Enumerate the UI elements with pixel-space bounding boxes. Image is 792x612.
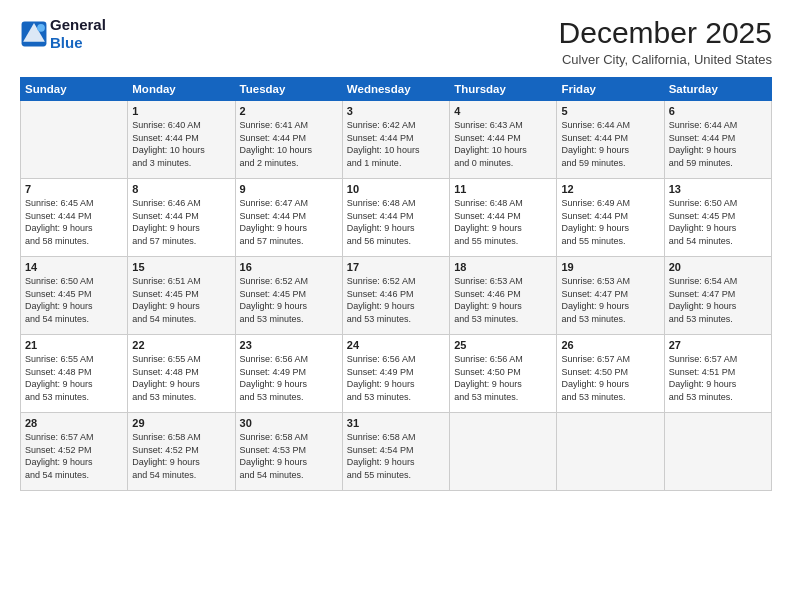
day-info: Sunrise: 6:46 AM Sunset: 4:44 PM Dayligh…	[132, 197, 230, 247]
day-cell: 24Sunrise: 6:56 AM Sunset: 4:49 PM Dayli…	[342, 335, 449, 413]
day-cell	[557, 413, 664, 491]
day-info: Sunrise: 6:57 AM Sunset: 4:52 PM Dayligh…	[25, 431, 123, 481]
day-info: Sunrise: 6:54 AM Sunset: 4:47 PM Dayligh…	[669, 275, 767, 325]
day-cell: 11Sunrise: 6:48 AM Sunset: 4:44 PM Dayli…	[450, 179, 557, 257]
day-number: 22	[132, 339, 230, 351]
day-cell: 16Sunrise: 6:52 AM Sunset: 4:45 PM Dayli…	[235, 257, 342, 335]
day-info: Sunrise: 6:52 AM Sunset: 4:45 PM Dayligh…	[240, 275, 338, 325]
day-info: Sunrise: 6:53 AM Sunset: 4:47 PM Dayligh…	[561, 275, 659, 325]
logo-text: General Blue	[50, 16, 106, 52]
day-number: 28	[25, 417, 123, 429]
day-header-sunday: Sunday	[21, 78, 128, 101]
day-cell: 13Sunrise: 6:50 AM Sunset: 4:45 PM Dayli…	[664, 179, 771, 257]
day-number: 9	[240, 183, 338, 195]
day-info: Sunrise: 6:48 AM Sunset: 4:44 PM Dayligh…	[347, 197, 445, 247]
day-header-friday: Friday	[557, 78, 664, 101]
day-number: 11	[454, 183, 552, 195]
title-block: December 2025 Culver City, California, U…	[559, 16, 772, 67]
logo: General Blue	[20, 16, 106, 52]
header-row: SundayMondayTuesdayWednesdayThursdayFrid…	[21, 78, 772, 101]
day-cell: 8Sunrise: 6:46 AM Sunset: 4:44 PM Daylig…	[128, 179, 235, 257]
day-number: 18	[454, 261, 552, 273]
day-info: Sunrise: 6:56 AM Sunset: 4:50 PM Dayligh…	[454, 353, 552, 403]
day-number: 20	[669, 261, 767, 273]
day-info: Sunrise: 6:50 AM Sunset: 4:45 PM Dayligh…	[669, 197, 767, 247]
day-number: 12	[561, 183, 659, 195]
week-row-5: 28Sunrise: 6:57 AM Sunset: 4:52 PM Dayli…	[21, 413, 772, 491]
day-cell: 18Sunrise: 6:53 AM Sunset: 4:46 PM Dayli…	[450, 257, 557, 335]
day-number: 10	[347, 183, 445, 195]
day-cell: 28Sunrise: 6:57 AM Sunset: 4:52 PM Dayli…	[21, 413, 128, 491]
day-info: Sunrise: 6:58 AM Sunset: 4:54 PM Dayligh…	[347, 431, 445, 481]
day-cell: 23Sunrise: 6:56 AM Sunset: 4:49 PM Dayli…	[235, 335, 342, 413]
day-header-tuesday: Tuesday	[235, 78, 342, 101]
day-cell: 2Sunrise: 6:41 AM Sunset: 4:44 PM Daylig…	[235, 101, 342, 179]
day-cell: 6Sunrise: 6:44 AM Sunset: 4:44 PM Daylig…	[664, 101, 771, 179]
day-number: 5	[561, 105, 659, 117]
day-info: Sunrise: 6:45 AM Sunset: 4:44 PM Dayligh…	[25, 197, 123, 247]
day-info: Sunrise: 6:55 AM Sunset: 4:48 PM Dayligh…	[25, 353, 123, 403]
day-info: Sunrise: 6:48 AM Sunset: 4:44 PM Dayligh…	[454, 197, 552, 247]
day-cell: 26Sunrise: 6:57 AM Sunset: 4:50 PM Dayli…	[557, 335, 664, 413]
day-number: 1	[132, 105, 230, 117]
day-info: Sunrise: 6:55 AM Sunset: 4:48 PM Dayligh…	[132, 353, 230, 403]
day-cell: 12Sunrise: 6:49 AM Sunset: 4:44 PM Dayli…	[557, 179, 664, 257]
week-row-1: 1Sunrise: 6:40 AM Sunset: 4:44 PM Daylig…	[21, 101, 772, 179]
day-info: Sunrise: 6:41 AM Sunset: 4:44 PM Dayligh…	[240, 119, 338, 169]
day-info: Sunrise: 6:57 AM Sunset: 4:50 PM Dayligh…	[561, 353, 659, 403]
day-number: 7	[25, 183, 123, 195]
day-number: 13	[669, 183, 767, 195]
day-info: Sunrise: 6:44 AM Sunset: 4:44 PM Dayligh…	[561, 119, 659, 169]
day-cell: 1Sunrise: 6:40 AM Sunset: 4:44 PM Daylig…	[128, 101, 235, 179]
day-cell: 7Sunrise: 6:45 AM Sunset: 4:44 PM Daylig…	[21, 179, 128, 257]
day-number: 14	[25, 261, 123, 273]
day-cell: 10Sunrise: 6:48 AM Sunset: 4:44 PM Dayli…	[342, 179, 449, 257]
day-number: 2	[240, 105, 338, 117]
day-info: Sunrise: 6:52 AM Sunset: 4:46 PM Dayligh…	[347, 275, 445, 325]
logo-icon	[20, 20, 48, 48]
day-number: 24	[347, 339, 445, 351]
day-header-monday: Monday	[128, 78, 235, 101]
day-cell	[450, 413, 557, 491]
day-number: 3	[347, 105, 445, 117]
calendar-table: SundayMondayTuesdayWednesdayThursdayFrid…	[20, 77, 772, 491]
day-info: Sunrise: 6:43 AM Sunset: 4:44 PM Dayligh…	[454, 119, 552, 169]
svg-point-2	[37, 24, 45, 32]
day-cell: 25Sunrise: 6:56 AM Sunset: 4:50 PM Dayli…	[450, 335, 557, 413]
day-number: 30	[240, 417, 338, 429]
day-info: Sunrise: 6:58 AM Sunset: 4:52 PM Dayligh…	[132, 431, 230, 481]
day-cell: 27Sunrise: 6:57 AM Sunset: 4:51 PM Dayli…	[664, 335, 771, 413]
page: General Blue December 2025 Culver City, …	[0, 0, 792, 612]
day-info: Sunrise: 6:53 AM Sunset: 4:46 PM Dayligh…	[454, 275, 552, 325]
day-number: 23	[240, 339, 338, 351]
location-title: Culver City, California, United States	[559, 52, 772, 67]
month-title: December 2025	[559, 16, 772, 50]
day-header-wednesday: Wednesday	[342, 78, 449, 101]
day-info: Sunrise: 6:49 AM Sunset: 4:44 PM Dayligh…	[561, 197, 659, 247]
day-number: 4	[454, 105, 552, 117]
day-info: Sunrise: 6:42 AM Sunset: 4:44 PM Dayligh…	[347, 119, 445, 169]
day-cell	[664, 413, 771, 491]
day-info: Sunrise: 6:58 AM Sunset: 4:53 PM Dayligh…	[240, 431, 338, 481]
day-number: 27	[669, 339, 767, 351]
day-cell: 15Sunrise: 6:51 AM Sunset: 4:45 PM Dayli…	[128, 257, 235, 335]
header: General Blue December 2025 Culver City, …	[20, 16, 772, 67]
week-row-4: 21Sunrise: 6:55 AM Sunset: 4:48 PM Dayli…	[21, 335, 772, 413]
day-number: 16	[240, 261, 338, 273]
day-cell: 21Sunrise: 6:55 AM Sunset: 4:48 PM Dayli…	[21, 335, 128, 413]
day-info: Sunrise: 6:50 AM Sunset: 4:45 PM Dayligh…	[25, 275, 123, 325]
day-cell: 31Sunrise: 6:58 AM Sunset: 4:54 PM Dayli…	[342, 413, 449, 491]
day-number: 19	[561, 261, 659, 273]
day-cell: 19Sunrise: 6:53 AM Sunset: 4:47 PM Dayli…	[557, 257, 664, 335]
day-cell: 5Sunrise: 6:44 AM Sunset: 4:44 PM Daylig…	[557, 101, 664, 179]
day-info: Sunrise: 6:40 AM Sunset: 4:44 PM Dayligh…	[132, 119, 230, 169]
day-info: Sunrise: 6:57 AM Sunset: 4:51 PM Dayligh…	[669, 353, 767, 403]
day-number: 8	[132, 183, 230, 195]
day-info: Sunrise: 6:51 AM Sunset: 4:45 PM Dayligh…	[132, 275, 230, 325]
day-cell: 29Sunrise: 6:58 AM Sunset: 4:52 PM Dayli…	[128, 413, 235, 491]
week-row-2: 7Sunrise: 6:45 AM Sunset: 4:44 PM Daylig…	[21, 179, 772, 257]
day-cell: 30Sunrise: 6:58 AM Sunset: 4:53 PM Dayli…	[235, 413, 342, 491]
day-cell: 4Sunrise: 6:43 AM Sunset: 4:44 PM Daylig…	[450, 101, 557, 179]
day-cell: 22Sunrise: 6:55 AM Sunset: 4:48 PM Dayli…	[128, 335, 235, 413]
day-number: 25	[454, 339, 552, 351]
